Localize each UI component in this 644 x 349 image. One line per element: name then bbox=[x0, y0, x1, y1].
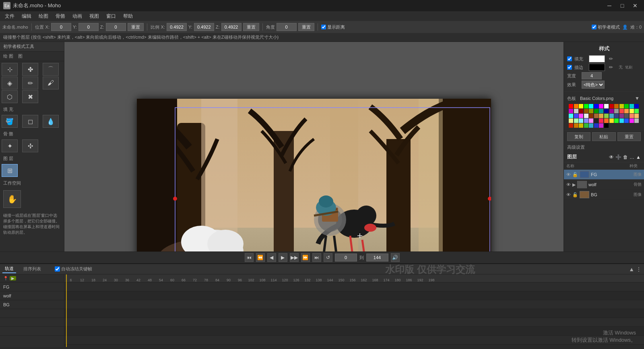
tab-draw[interactable]: 绘 图 bbox=[3, 53, 13, 59]
x-input[interactable] bbox=[51, 23, 71, 31]
tool-brush[interactable]: ✏ bbox=[22, 77, 38, 89]
step-fwd-btn[interactable]: ▶▶ bbox=[290, 253, 299, 262]
color-swatch[interactable] bbox=[634, 118, 639, 123]
color-swatch[interactable] bbox=[604, 118, 609, 123]
color-swatch[interactable] bbox=[614, 109, 619, 113]
fill-bucket[interactable]: 🪣 bbox=[2, 115, 18, 128]
color-swatch[interactable] bbox=[594, 104, 599, 108]
play-btn[interactable]: ▶ bbox=[279, 253, 287, 262]
color-swatch[interactable] bbox=[584, 123, 588, 128]
color-swatch[interactable] bbox=[574, 109, 578, 113]
color-swatch[interactable] bbox=[614, 118, 619, 123]
color-swatch[interactable] bbox=[584, 104, 588, 108]
layer-vis-icon[interactable]: 👁 bbox=[566, 192, 571, 197]
color-swatch[interactable] bbox=[569, 109, 573, 113]
color-swatch[interactable] bbox=[594, 109, 599, 113]
layer-transform[interactable]: ⊞ bbox=[2, 164, 18, 177]
tool-select[interactable]: ⊹ bbox=[2, 63, 18, 76]
color-swatch[interactable] bbox=[604, 109, 609, 113]
bone-add[interactable]: ✦ bbox=[2, 139, 18, 152]
layer-delete-icon[interactable]: 🗑 bbox=[623, 154, 628, 160]
color-swatch[interactable] bbox=[599, 109, 603, 113]
color-swatch[interactable] bbox=[584, 118, 588, 123]
layer-wolf[interactable]: 👁 ▶ wolf 骨骼 bbox=[564, 180, 644, 190]
width-input[interactable] bbox=[582, 72, 602, 79]
color-swatch[interactable] bbox=[584, 109, 588, 113]
goto-end-btn[interactable]: ⏭ bbox=[312, 253, 321, 262]
auto-key-checkbox[interactable]: 自动冻结关键帧 bbox=[55, 266, 92, 272]
color-swatch[interactable] bbox=[599, 114, 603, 118]
color-swatch[interactable] bbox=[599, 118, 603, 123]
maximize-button[interactable]: □ bbox=[617, 2, 628, 10]
color-swatch[interactable] bbox=[574, 118, 578, 123]
layer-fg[interactable]: 👁 🔓 FG 图像 bbox=[564, 170, 644, 180]
color-swatch[interactable] bbox=[634, 114, 639, 118]
color-swatch[interactable] bbox=[579, 118, 583, 123]
angle-input[interactable] bbox=[277, 23, 297, 31]
color-swatch[interactable] bbox=[594, 123, 599, 128]
color-swatch[interactable] bbox=[569, 104, 573, 108]
color-swatch[interactable] bbox=[589, 109, 593, 113]
tool-pen[interactable]: ⌒ bbox=[43, 63, 59, 76]
color-swatch[interactable] bbox=[634, 104, 639, 108]
menu-edit[interactable]: 编辑 bbox=[19, 12, 35, 21]
advanced-settings[interactable]: 高级设置 bbox=[564, 143, 644, 152]
palette-dropdown-icon[interactable]: ▼ bbox=[634, 95, 641, 102]
color-swatch[interactable] bbox=[630, 109, 634, 113]
fill-eyedrop[interactable]: 💧 bbox=[43, 115, 59, 128]
tab-fill[interactable]: 图 bbox=[18, 53, 23, 59]
menu-help[interactable]: 帮助 bbox=[120, 12, 136, 21]
end-frame-input[interactable] bbox=[366, 253, 388, 262]
tool-paint[interactable]: 🖌 bbox=[43, 77, 59, 89]
layer-vis-icon[interactable]: 👁 bbox=[566, 182, 571, 187]
color-swatch[interactable] bbox=[594, 118, 599, 123]
fill-color[interactable] bbox=[589, 55, 605, 62]
color-swatch[interactable] bbox=[569, 118, 573, 123]
fill-select[interactable]: ◻ bbox=[22, 115, 38, 128]
color-swatch[interactable] bbox=[604, 104, 609, 108]
color-swatch[interactable] bbox=[574, 123, 578, 128]
menu-draw[interactable]: 绘图 bbox=[35, 12, 52, 21]
layer-lock-icon2[interactable]: 🔓 bbox=[572, 192, 578, 197]
color-swatch[interactable] bbox=[589, 104, 593, 108]
color-swatch[interactable] bbox=[624, 104, 629, 108]
tab-order[interactable]: 排序列表 bbox=[21, 265, 43, 273]
sx-input[interactable] bbox=[167, 23, 187, 31]
color-swatch[interactable] bbox=[609, 114, 614, 118]
color-swatch[interactable] bbox=[609, 118, 614, 123]
goto-start-btn[interactable]: ⏮ bbox=[245, 253, 254, 262]
show-dist-checkbox[interactable]: 显示距离 bbox=[321, 24, 345, 30]
layer-add-icon[interactable]: ➕ bbox=[615, 154, 621, 160]
layer-more-icon[interactable]: … bbox=[630, 154, 634, 160]
color-swatch[interactable] bbox=[584, 114, 588, 118]
tl-expand-btn[interactable]: ▲ bbox=[629, 266, 634, 272]
color-swatch[interactable] bbox=[579, 114, 583, 118]
menu-view[interactable]: 视图 bbox=[86, 12, 102, 21]
reset2-button[interactable]: 重置 bbox=[243, 23, 259, 31]
color-swatch[interactable] bbox=[599, 104, 603, 108]
color-swatch[interactable] bbox=[630, 114, 634, 118]
stroke-color[interactable] bbox=[589, 64, 605, 71]
audio-btn[interactable]: 🔊 bbox=[391, 253, 400, 262]
color-swatch[interactable] bbox=[609, 109, 614, 113]
stroke-edit-icon[interactable]: ✏ bbox=[607, 64, 615, 71]
ws-hand[interactable]: ✋ bbox=[3, 190, 21, 208]
color-swatch[interactable] bbox=[579, 104, 583, 108]
color-swatch[interactable] bbox=[614, 114, 619, 118]
z-input[interactable] bbox=[106, 23, 126, 31]
sy-input[interactable] bbox=[194, 23, 214, 31]
next-key-btn[interactable]: ⏩ bbox=[301, 253, 310, 262]
tool-shapes[interactable]: ⬡ bbox=[2, 90, 18, 103]
tool-node[interactable]: ◈ bbox=[2, 77, 18, 89]
minimize-button[interactable]: ─ bbox=[604, 2, 615, 10]
loop-btn[interactable]: ↺ bbox=[324, 253, 332, 262]
color-swatch[interactable] bbox=[589, 118, 593, 123]
y-input[interactable] bbox=[78, 23, 99, 31]
color-swatch[interactable] bbox=[624, 109, 629, 113]
reset1-button[interactable]: 重置 bbox=[128, 23, 144, 31]
color-swatch[interactable] bbox=[619, 114, 624, 118]
color-swatch[interactable] bbox=[579, 109, 583, 113]
menu-animation[interactable]: 动画 bbox=[69, 12, 85, 21]
layer-bg[interactable]: 👁 🔓 BG 图像 bbox=[564, 190, 644, 200]
color-swatch[interactable] bbox=[604, 123, 609, 128]
